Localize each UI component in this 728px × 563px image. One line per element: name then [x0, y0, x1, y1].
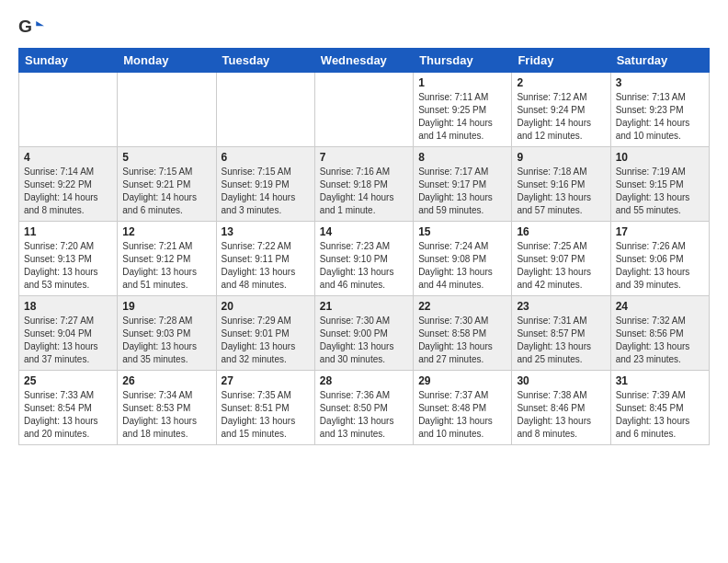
day-number: 3 — [616, 76, 704, 89]
day-info: Sunrise: 7:33 AM Sunset: 8:54 PM Dayligh… — [24, 389, 112, 441]
calendar-cell: 3Sunrise: 7:13 AM Sunset: 9:23 PM Daylig… — [610, 73, 709, 147]
calendar-cell: 29Sunrise: 7:37 AM Sunset: 8:48 PM Dayli… — [414, 371, 512, 445]
calendar-cell: 15Sunrise: 7:24 AM Sunset: 9:08 PM Dayli… — [414, 222, 512, 296]
weekday-header-thursday: Thursday — [414, 49, 512, 73]
day-number: 5 — [122, 151, 210, 164]
day-info: Sunrise: 7:30 AM Sunset: 9:00 PM Dayligh… — [320, 315, 408, 366]
calendar-cell: 17Sunrise: 7:26 AM Sunset: 9:06 PM Dayli… — [610, 222, 709, 296]
calendar-cell: 11Sunrise: 7:20 AM Sunset: 9:13 PM Dayli… — [19, 222, 118, 296]
calendar-cell: 12Sunrise: 7:21 AM Sunset: 9:12 PM Dayli… — [118, 222, 216, 296]
calendar-cell: 6Sunrise: 7:15 AM Sunset: 9:19 PM Daylig… — [216, 147, 314, 222]
day-info: Sunrise: 7:20 AM Sunset: 9:13 PM Dayligh… — [24, 240, 112, 292]
day-info: Sunrise: 7:14 AM Sunset: 9:22 PM Dayligh… — [24, 166, 112, 217]
calendar-cell — [118, 73, 216, 147]
svg-text:G: G — [18, 17, 32, 36]
day-info: Sunrise: 7:37 AM Sunset: 8:48 PM Dayligh… — [418, 389, 506, 441]
day-info: Sunrise: 7:17 AM Sunset: 9:17 PM Dayligh… — [418, 166, 506, 217]
day-number: 9 — [517, 151, 605, 164]
day-info: Sunrise: 7:25 AM Sunset: 9:07 PM Dayligh… — [517, 240, 605, 292]
day-number: 7 — [320, 151, 408, 164]
weekday-header-sunday: Sunday — [19, 49, 118, 73]
calendar-cell: 24Sunrise: 7:32 AM Sunset: 8:56 PM Dayli… — [610, 296, 709, 371]
day-info: Sunrise: 7:38 AM Sunset: 8:46 PM Dayligh… — [517, 389, 605, 441]
calendar-cell: 5Sunrise: 7:15 AM Sunset: 9:21 PM Daylig… — [118, 147, 216, 222]
calendar-cell: 28Sunrise: 7:36 AM Sunset: 8:50 PM Dayli… — [314, 371, 413, 445]
calendar-cell: 10Sunrise: 7:19 AM Sunset: 9:15 PM Dayli… — [610, 147, 709, 222]
calendar-cell: 25Sunrise: 7:33 AM Sunset: 8:54 PM Dayli… — [19, 371, 118, 445]
day-number: 11 — [24, 225, 112, 238]
weekday-header-wednesday: Wednesday — [314, 49, 413, 73]
calendar-cell: 1Sunrise: 7:11 AM Sunset: 9:25 PM Daylig… — [414, 73, 512, 147]
day-number: 26 — [122, 374, 210, 387]
day-number: 13 — [222, 225, 310, 238]
calendar-week-row: 25Sunrise: 7:33 AM Sunset: 8:54 PM Dayli… — [19, 371, 710, 445]
day-number: 19 — [122, 300, 210, 313]
day-info: Sunrise: 7:19 AM Sunset: 9:15 PM Dayligh… — [616, 166, 704, 217]
day-info: Sunrise: 7:27 AM Sunset: 9:04 PM Dayligh… — [24, 315, 112, 366]
calendar-cell: 14Sunrise: 7:23 AM Sunset: 9:10 PM Dayli… — [314, 222, 413, 296]
calendar-week-row: 18Sunrise: 7:27 AM Sunset: 9:04 PM Dayli… — [19, 296, 710, 371]
calendar-cell: 20Sunrise: 7:29 AM Sunset: 9:01 PM Dayli… — [216, 296, 314, 371]
weekday-header-saturday: Saturday — [610, 49, 709, 73]
day-number: 30 — [517, 374, 605, 387]
day-info: Sunrise: 7:23 AM Sunset: 9:10 PM Dayligh… — [320, 240, 408, 292]
calendar-week-row: 1Sunrise: 7:11 AM Sunset: 9:25 PM Daylig… — [19, 73, 710, 147]
day-number: 10 — [616, 151, 704, 164]
day-number: 4 — [24, 151, 112, 164]
day-number: 22 — [418, 300, 506, 313]
day-number: 12 — [122, 225, 210, 238]
day-info: Sunrise: 7:28 AM Sunset: 9:03 PM Dayligh… — [122, 315, 210, 366]
day-info: Sunrise: 7:15 AM Sunset: 9:21 PM Dayligh… — [122, 166, 210, 217]
day-info: Sunrise: 7:22 AM Sunset: 9:11 PM Dayligh… — [222, 240, 310, 292]
day-number: 24 — [616, 300, 704, 313]
day-number: 21 — [320, 300, 408, 313]
calendar-cell — [216, 73, 314, 147]
day-number: 16 — [517, 225, 605, 238]
day-info: Sunrise: 7:18 AM Sunset: 9:16 PM Dayligh… — [517, 166, 605, 217]
calendar-cell: 26Sunrise: 7:34 AM Sunset: 8:53 PM Dayli… — [118, 371, 216, 445]
day-info: Sunrise: 7:24 AM Sunset: 9:08 PM Dayligh… — [418, 240, 506, 292]
day-number: 18 — [24, 300, 112, 313]
day-info: Sunrise: 7:26 AM Sunset: 9:06 PM Dayligh… — [616, 240, 704, 292]
day-info: Sunrise: 7:36 AM Sunset: 8:50 PM Dayligh… — [320, 389, 408, 441]
day-info: Sunrise: 7:21 AM Sunset: 9:12 PM Dayligh… — [122, 240, 210, 292]
svg-marker-1 — [36, 21, 44, 26]
day-info: Sunrise: 7:15 AM Sunset: 9:19 PM Dayligh… — [222, 166, 310, 217]
day-info: Sunrise: 7:11 AM Sunset: 9:25 PM Dayligh… — [418, 91, 506, 143]
calendar-week-row: 11Sunrise: 7:20 AM Sunset: 9:13 PM Dayli… — [19, 222, 710, 296]
day-info: Sunrise: 7:29 AM Sunset: 9:01 PM Dayligh… — [222, 315, 310, 366]
day-info: Sunrise: 7:16 AM Sunset: 9:18 PM Dayligh… — [320, 166, 408, 217]
day-info: Sunrise: 7:31 AM Sunset: 8:57 PM Dayligh… — [517, 315, 605, 366]
day-number: 1 — [418, 76, 506, 89]
day-info: Sunrise: 7:30 AM Sunset: 8:58 PM Dayligh… — [418, 315, 506, 366]
calendar-cell: 30Sunrise: 7:38 AM Sunset: 8:46 PM Dayli… — [512, 371, 610, 445]
calendar-table: SundayMondayTuesdayWednesdayThursdayFrid… — [18, 48, 710, 445]
calendar-cell: 9Sunrise: 7:18 AM Sunset: 9:16 PM Daylig… — [512, 147, 610, 222]
day-number: 17 — [616, 225, 704, 238]
day-info: Sunrise: 7:13 AM Sunset: 9:23 PM Dayligh… — [616, 91, 704, 143]
day-number: 2 — [517, 76, 605, 89]
day-number: 25 — [24, 374, 112, 387]
day-info: Sunrise: 7:39 AM Sunset: 8:45 PM Dayligh… — [616, 389, 704, 441]
logo-icon: G — [18, 15, 44, 40]
weekday-header-monday: Monday — [118, 49, 216, 73]
calendar-header-row: SundayMondayTuesdayWednesdayThursdayFrid… — [19, 49, 710, 73]
day-number: 31 — [616, 374, 704, 387]
calendar-cell: 7Sunrise: 7:16 AM Sunset: 9:18 PM Daylig… — [314, 147, 413, 222]
day-info: Sunrise: 7:35 AM Sunset: 8:51 PM Dayligh… — [222, 389, 310, 441]
logo: G — [18, 15, 48, 40]
calendar-cell: 19Sunrise: 7:28 AM Sunset: 9:03 PM Dayli… — [118, 296, 216, 371]
calendar-cell — [314, 73, 413, 147]
calendar-cell: 21Sunrise: 7:30 AM Sunset: 9:00 PM Dayli… — [314, 296, 413, 371]
weekday-header-friday: Friday — [512, 49, 610, 73]
day-info: Sunrise: 7:32 AM Sunset: 8:56 PM Dayligh… — [616, 315, 704, 366]
day-info: Sunrise: 7:34 AM Sunset: 8:53 PM Dayligh… — [122, 389, 210, 441]
calendar-cell: 18Sunrise: 7:27 AM Sunset: 9:04 PM Dayli… — [19, 296, 118, 371]
calendar-cell — [19, 73, 118, 147]
calendar-cell: 13Sunrise: 7:22 AM Sunset: 9:11 PM Dayli… — [216, 222, 314, 296]
calendar-cell: 16Sunrise: 7:25 AM Sunset: 9:07 PM Dayli… — [512, 222, 610, 296]
day-number: 6 — [222, 151, 310, 164]
calendar-cell: 27Sunrise: 7:35 AM Sunset: 8:51 PM Dayli… — [216, 371, 314, 445]
calendar-week-row: 4Sunrise: 7:14 AM Sunset: 9:22 PM Daylig… — [19, 147, 710, 222]
calendar-cell: 8Sunrise: 7:17 AM Sunset: 9:17 PM Daylig… — [414, 147, 512, 222]
